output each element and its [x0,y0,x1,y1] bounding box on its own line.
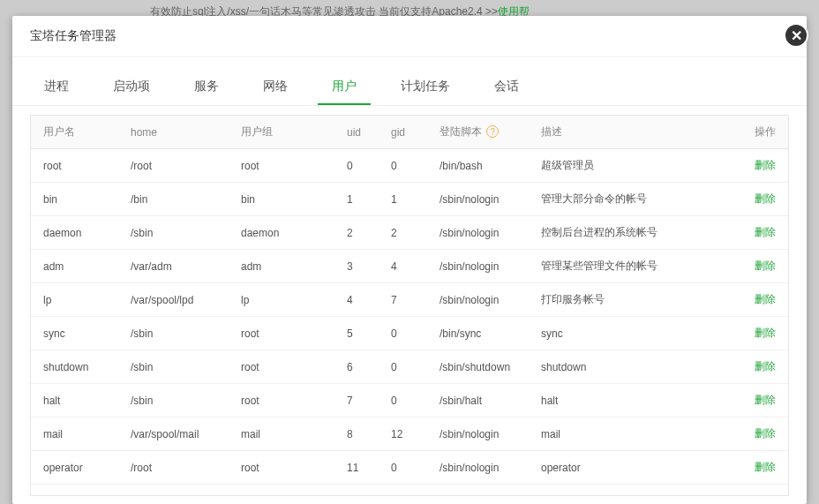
cell-gid: 0 [384,317,432,350]
delete-link[interactable]: 删除 [755,461,776,473]
col-user[interactable]: 用户名 [31,116,124,149]
cell-shell: /bin/sync [432,317,534,350]
cell-shell: /sbin/halt [432,384,534,417]
help-icon[interactable]: ? [486,125,499,138]
cell-user: halt [31,384,124,417]
cell-uid: 3 [340,250,384,283]
cell-op: 删除 [744,149,788,183]
cell-uid: 4 [340,283,384,317]
cell-uid: 7 [340,384,384,417]
cell-home: /sbin [124,350,234,384]
cell-desc: halt [534,384,744,417]
cell-op: 删除 [744,183,788,216]
table-row: mail/var/spool/mailmail812/sbin/nologinm… [31,417,788,451]
cell-group: root [234,451,340,485]
task-manager-modal: ✕ 宝塔任务管理器 进程启动项服务网络用户计划任务会话 用户名 home 用户组… [12,16,807,504]
delete-link[interactable]: 删除 [755,394,776,406]
table-row: sync/sbinroot50/bin/syncsync删除 [31,317,788,350]
delete-link[interactable]: 删除 [755,260,776,272]
table-row: halt/sbinroot70/sbin/halthalt删除 [31,384,788,417]
cell-op: 删除 [744,451,788,485]
table-scroll[interactable]: 用户名 home 用户组 uid gid 登陆脚本 ? 描述 操作 root/r… [31,116,788,495]
close-button[interactable]: ✕ [784,23,808,48]
delete-link[interactable]: 删除 [755,427,776,440]
cell-user: adm [31,250,124,283]
tab-5[interactable]: 计划任务 [387,70,464,105]
table-row: bin/binbin11/sbin/nologin管理大部分命令的帐号删除 [31,183,788,216]
cell-desc: 管理大部分命令的帐号 [534,183,744,216]
tab-0[interactable]: 进程 [30,70,83,105]
table-row: lp/var/spool/lpdlp47/sbin/nologin打印服务帐号删… [31,283,788,317]
cell-user: operator [31,451,124,485]
tab-1[interactable]: 启动项 [99,70,164,105]
tab-2[interactable]: 服务 [180,70,233,105]
cell-home: /var/adm [124,250,234,283]
col-op[interactable]: 操作 [744,116,788,149]
cell-home: /var/spool/lpd [124,283,234,317]
table-row: adm/var/admadm34/sbin/nologin管理某些管理文件的帐号… [31,250,788,283]
table-row: operator/rootroot110/sbin/nologinoperato… [31,451,788,485]
delete-link[interactable]: 删除 [755,192,776,205]
cell-gid: 7 [384,283,432,317]
cell-shell: /bin/bash [432,149,534,183]
col-desc[interactable]: 描述 [534,116,744,149]
cell-user: mail [31,417,124,451]
cell-shell: /sbin/nologin [432,216,534,250]
cell-gid: 1 [384,183,432,216]
cell-shell: /sbin/nologin [432,283,534,317]
cell-group: lp [234,283,340,317]
cell-shell: /sbin/nologin [432,183,534,216]
cell-desc: operator [534,451,744,485]
delete-link[interactable]: 删除 [755,226,776,238]
cell-shell: /sbin/nologin [432,451,534,485]
tab-3[interactable]: 网络 [249,70,302,105]
cell-user: daemon [31,216,124,250]
delete-link[interactable]: 删除 [755,159,776,171]
tab-6[interactable]: 会话 [480,70,533,105]
cell-desc: games [534,485,744,496]
cell-uid: 0 [340,149,384,183]
cell-user: sync [31,317,124,350]
cell-group: mail [234,417,340,451]
cell-gid: 12 [384,417,432,451]
cell-group: root [234,317,340,350]
cell-shell: /sbin/nologin [432,485,534,496]
cell-shell: /sbin/nologin [432,417,534,451]
col-group[interactable]: 用户组 [234,116,340,149]
col-home[interactable]: home [124,116,234,149]
cell-gid: 4 [384,250,432,283]
col-gid[interactable]: gid [384,116,432,149]
cell-group: root [234,384,340,417]
cell-shell: /sbin/nologin [432,250,534,283]
cell-user: bin [31,183,124,216]
cell-uid: 6 [340,350,384,384]
cell-uid: 5 [340,317,384,350]
cell-shell: /sbin/shutdown [432,350,534,384]
cell-user: games [31,485,124,496]
cell-user: shutdown [31,350,124,384]
cell-user: lp [31,283,124,317]
cell-group: adm [234,250,340,283]
col-uid[interactable]: uid [340,116,384,149]
cell-group: root [234,350,340,384]
cell-desc: shutdown [534,350,744,384]
user-table: 用户名 home 用户组 uid gid 登陆脚本 ? 描述 操作 root/r… [31,116,788,495]
tab-4[interactable]: 用户 [318,70,371,105]
tab-bar: 进程启动项服务网络用户计划任务会话 [12,70,807,106]
delete-link[interactable]: 删除 [755,494,776,495]
delete-link[interactable]: 删除 [755,293,776,305]
cell-op: 删除 [744,250,788,283]
cell-group: users [234,485,340,496]
cell-uid: 8 [340,417,384,451]
col-shell[interactable]: 登陆脚本 ? [432,116,534,149]
cell-uid: 11 [340,451,384,485]
cell-op: 删除 [744,350,788,384]
cell-uid: 12 [340,485,384,496]
delete-link[interactable]: 删除 [755,360,776,372]
cell-op: 删除 [744,384,788,417]
cell-uid: 2 [340,216,384,250]
delete-link[interactable]: 删除 [755,327,776,339]
user-table-container: 用户名 home 用户组 uid gid 登陆脚本 ? 描述 操作 root/r… [30,115,789,496]
cell-desc: mail [534,417,744,451]
cell-home: /root [124,149,234,183]
